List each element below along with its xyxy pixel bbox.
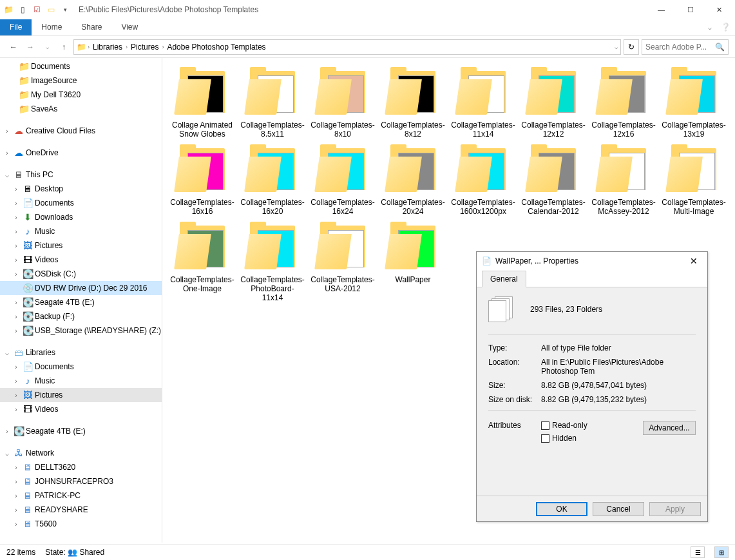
tree-documents[interactable]: 📁Documents xyxy=(0,59,162,73)
readonly-checkbox[interactable]: Read-only xyxy=(541,421,643,430)
folder-item[interactable]: CollageTemplates-1600x1200px xyxy=(450,145,517,216)
tree-pictures[interactable]: ›🖼Pictures xyxy=(0,238,162,253)
folder-item[interactable]: CollageTemplates-McAssey-2012 xyxy=(590,145,657,216)
tree-seagate[interactable]: ›💽Seagate 4TB (E:) xyxy=(0,295,162,309)
tab-home[interactable]: Home xyxy=(32,19,72,35)
expand-icon[interactable]: › xyxy=(12,406,21,413)
tree-lib-docs[interactable]: ›📄Documents xyxy=(0,360,162,374)
tab-share[interactable]: Share xyxy=(72,19,111,35)
tree-usb[interactable]: ›💽USB_Storage (\\READYSHARE) (Z:) xyxy=(0,323,162,338)
expand-icon[interactable]: › xyxy=(12,478,21,485)
tree-seagate2[interactable]: ›💽Seagate 4TB (E:) xyxy=(0,424,162,438)
tree-thispc[interactable]: ⌵🖥This PC xyxy=(0,168,162,182)
folder-item[interactable]: CollageTemplates-13x19 xyxy=(660,68,727,139)
expand-icon[interactable]: › xyxy=(3,150,12,157)
tree-onedrive[interactable]: ›☁OneDrive xyxy=(0,146,162,160)
expand-icon[interactable]: › xyxy=(12,507,21,514)
up-button[interactable]: ↑ xyxy=(57,40,71,54)
tree-net-1[interactable]: ›🖥JOHNSURFACEPRO3 xyxy=(0,474,162,488)
expand-icon[interactable]: › xyxy=(12,313,21,320)
collapse-icon[interactable]: ⌵ xyxy=(3,349,12,356)
tree-backup[interactable]: ›💽Backup (F:) xyxy=(0,309,162,323)
expand-icon[interactable]: › xyxy=(12,256,21,264)
expand-icon[interactable]: › xyxy=(3,428,12,435)
tree-lib-music[interactable]: ›♪Music xyxy=(0,374,162,388)
help-icon[interactable]: ❔ xyxy=(716,23,735,32)
tab-general[interactable]: General xyxy=(482,271,526,287)
expand-icon[interactable]: › xyxy=(12,200,21,207)
expand-icon[interactable]: › xyxy=(12,299,21,306)
refresh-button[interactable]: ↻ xyxy=(624,39,639,55)
address-dropdown[interactable]: ⌵ xyxy=(615,44,618,50)
folder-item[interactable]: CollageTemplates-One-Image xyxy=(169,222,236,302)
expand-icon[interactable]: › xyxy=(12,228,21,235)
collapse-icon[interactable]: ⌵ xyxy=(3,171,12,179)
crumb-pictures[interactable]: Pictures xyxy=(129,43,160,52)
folder-item[interactable]: CollageTemplates-12x16 xyxy=(590,68,657,139)
dialog-titlebar[interactable]: 📄 WallPaper, ... Properties ✕ xyxy=(477,252,707,270)
tree-saveas[interactable]: 📁SaveAs xyxy=(0,102,162,116)
folder-item[interactable]: Collage Animated Snow Globes xyxy=(169,68,236,139)
crumb-current[interactable]: Adobe Photoshop Templates xyxy=(165,43,267,52)
minimize-button[interactable]: — xyxy=(647,0,676,19)
expand-icon[interactable]: › xyxy=(12,392,21,399)
ribbon-expand[interactable]: ⌵ xyxy=(704,24,716,31)
expand-icon[interactable]: › xyxy=(12,214,21,221)
expand-icon[interactable]: › xyxy=(12,492,21,499)
folder-item[interactable]: CollageTemplates-8.5x11 xyxy=(239,68,306,139)
tree-net-2[interactable]: ›🖥PATRICK-PC xyxy=(0,488,162,503)
tree-documents2[interactable]: ›📄Documents xyxy=(0,196,162,210)
expand-icon[interactable]: › xyxy=(12,327,21,334)
folder-item[interactable]: CollageTemplates-16x16 xyxy=(169,145,236,216)
qat-dropdown[interactable]: ▾ xyxy=(58,3,72,17)
cancel-button[interactable]: Cancel xyxy=(593,502,644,516)
tree-dvd[interactable]: ›💿DVD RW Drive (D:) Dec 29 2016 xyxy=(0,281,162,295)
expand-icon[interactable]: › xyxy=(3,128,12,135)
maximize-button[interactable]: ☐ xyxy=(676,0,705,19)
advanced-button[interactable]: Advanced... xyxy=(643,421,696,435)
dialog-close-button[interactable]: ✕ xyxy=(685,255,702,267)
forward-button[interactable]: → xyxy=(23,40,37,54)
address-bar[interactable]: 📁 › Libraries › Pictures › Adobe Photosh… xyxy=(73,39,621,55)
folder-item[interactable]: CollageTemplates-12x12 xyxy=(520,68,587,139)
tree-imagesource[interactable]: 📁ImageSource xyxy=(0,73,162,88)
tab-view[interactable]: View xyxy=(111,19,148,35)
expand-icon[interactable]: › xyxy=(12,242,21,249)
expand-icon[interactable]: › xyxy=(12,271,21,278)
apply-button[interactable]: Apply xyxy=(649,502,701,516)
tree-net-3[interactable]: ›🖥READYSHARE xyxy=(0,503,162,517)
tree-desktop[interactable]: ›🖥Desktop xyxy=(0,182,162,196)
recent-dropdown[interactable]: ⌵ xyxy=(40,40,54,54)
back-button[interactable]: ← xyxy=(6,40,21,54)
expand-icon[interactable]: › xyxy=(12,521,21,528)
tree-lib-vids[interactable]: ›🎞Videos xyxy=(0,402,162,416)
view-icons-button[interactable]: ⊞ xyxy=(714,546,729,558)
folder-item[interactable]: CollageTemplates-16x24 xyxy=(309,145,376,216)
tree-network[interactable]: ⌵🖧Network xyxy=(0,446,162,460)
tree-osdisk[interactable]: ›💽OSDisk (C:) xyxy=(0,267,162,281)
folder-item[interactable]: CollageTemplates-Multi-Image xyxy=(660,145,727,216)
tree-downloads[interactable]: ›⬇Downloads xyxy=(0,210,162,224)
folder-item[interactable]: WallPaper xyxy=(379,222,446,302)
tree-mydell[interactable]: 📁My Dell T3620 xyxy=(0,88,162,102)
tree-ccf[interactable]: ›☁Creative Cloud Files xyxy=(0,124,162,138)
tree-net-4[interactable]: ›🖥T5600 xyxy=(0,517,162,531)
close-button[interactable]: ✕ xyxy=(705,0,734,19)
folder-item[interactable]: CollageTemplates-11x14 xyxy=(450,68,517,139)
expand-icon[interactable]: › xyxy=(12,186,21,193)
folder-item[interactable]: CollageTemplates-8x12 xyxy=(379,68,446,139)
folder-item[interactable]: CollageTemplates-PhotoBoard-11x14 xyxy=(239,222,306,302)
folder-item[interactable]: CollageTemplates-20x24 xyxy=(379,145,446,216)
folder-item[interactable]: CollageTemplates-Calendar-2012 xyxy=(520,145,587,216)
chevron-icon[interactable]: › xyxy=(88,44,90,50)
search-input[interactable]: Search Adobe P... 🔍 xyxy=(642,39,729,55)
view-details-button[interactable]: ☰ xyxy=(691,546,705,558)
folder-item[interactable]: CollageTemplates-USA-2012 xyxy=(309,222,376,302)
tree-libraries[interactable]: ⌵🗃Libraries xyxy=(0,345,162,360)
chevron-icon[interactable]: › xyxy=(162,44,164,50)
ok-button[interactable]: OK xyxy=(536,502,587,516)
folder-item[interactable]: CollageTemplates-16x20 xyxy=(239,145,306,216)
expand-icon[interactable]: › xyxy=(12,378,21,385)
expand-icon[interactable]: › xyxy=(12,363,21,371)
folder-item[interactable]: CollageTemplates-8x10 xyxy=(309,68,376,139)
